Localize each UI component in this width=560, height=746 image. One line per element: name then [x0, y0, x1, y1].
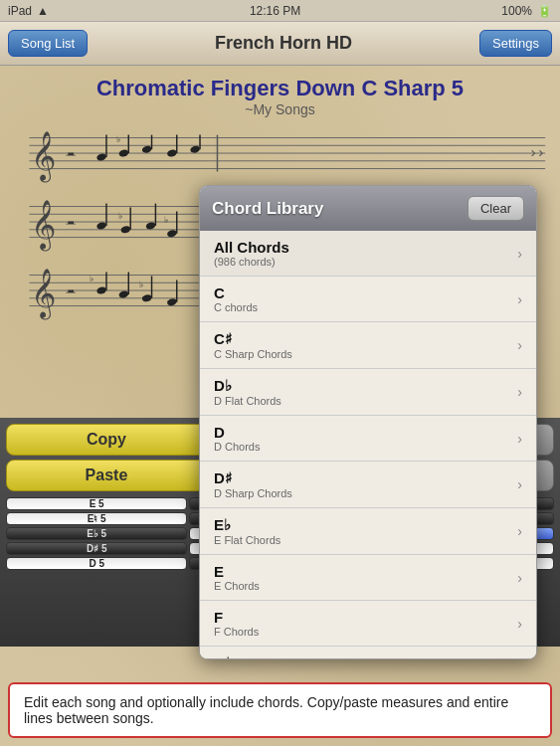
- svg-point-7: [96, 152, 107, 161]
- svg-text:𝄞: 𝄞: [31, 200, 56, 252]
- battery-label: 100%: [501, 4, 532, 18]
- song-subtitle: ~My Songs: [0, 101, 560, 117]
- chord-arrow-all: ›: [517, 246, 522, 262]
- svg-point-28: [96, 221, 107, 230]
- svg-text:♭: ♭: [139, 280, 143, 289]
- chord-item-E[interactable]: E E Chords ›: [200, 555, 536, 601]
- chord-item-Fs[interactable]: F♯ F Sharp Chords ›: [200, 647, 536, 658]
- nav-bar: Song List French Horn HD Settings: [0, 22, 560, 66]
- main-content: Chromatic Fingers Down C Sharp 5 ~My Son…: [0, 66, 560, 746]
- svg-text:𝄼: 𝄼: [66, 152, 76, 156]
- svg-point-35: [166, 229, 177, 238]
- wifi-icon: ▲: [37, 4, 49, 18]
- settings-button[interactable]: Settings: [479, 30, 552, 57]
- chord-item-Db[interactable]: D♭ D Flat Chords ›: [200, 369, 536, 416]
- chord-arrow-F: ›: [517, 616, 522, 632]
- chord-item-C[interactable]: C C chords ›: [200, 277, 536, 322]
- device-label: iPad: [8, 4, 32, 18]
- chord-item-F[interactable]: F F Chords ›: [200, 601, 536, 647]
- chord-clear-button[interactable]: Clear: [467, 196, 524, 221]
- chord-arrow-E: ›: [517, 570, 522, 586]
- song-title: Chromatic Fingers Down C Sharp 5: [0, 76, 560, 101]
- info-box: Edit each song and optionally include ch…: [8, 682, 552, 738]
- svg-text:›: ›: [531, 143, 536, 160]
- svg-text:›: ›: [538, 143, 543, 160]
- svg-point-16: [190, 145, 201, 154]
- svg-text:𝄼: 𝄼: [66, 289, 76, 293]
- svg-point-30: [120, 225, 131, 234]
- chord-library: Chord Library Clear All Chords (986 chor…: [199, 185, 537, 659]
- svg-point-33: [145, 221, 156, 230]
- chord-arrow-Ds: ›: [517, 476, 522, 492]
- chord-library-header: Chord Library Clear: [200, 186, 536, 231]
- chord-arrow-Eb: ›: [517, 523, 522, 539]
- svg-text:𝄞: 𝄞: [31, 131, 56, 183]
- svg-point-12: [141, 145, 152, 154]
- svg-text:♭: ♭: [118, 211, 122, 221]
- song-title-area: Chromatic Fingers Down C Sharp 5 ~My Son…: [0, 66, 560, 122]
- svg-point-9: [118, 149, 129, 158]
- svg-point-48: [118, 289, 129, 298]
- key-Eb5b[interactable]: E♭ 5: [6, 527, 187, 540]
- info-text: Edit each song and optionally include ch…: [24, 694, 508, 726]
- chord-library-title: Chord Library: [212, 199, 323, 219]
- key-E5[interactable]: E 5: [6, 497, 187, 510]
- chord-arrow-C: ›: [517, 291, 522, 307]
- svg-text:♭: ♭: [164, 215, 168, 225]
- svg-point-46: [96, 286, 107, 295]
- battery-icon: 🔋: [537, 4, 552, 18]
- svg-text:𝄞: 𝄞: [31, 269, 56, 320]
- copy-button[interactable]: Copy: [6, 424, 207, 456]
- chord-arrow-Cs: ›: [517, 337, 522, 353]
- svg-text:𝄼: 𝄼: [66, 221, 76, 225]
- key-Ds5c[interactable]: D♯ 5: [6, 542, 187, 555]
- staff-row-1: 𝄞 𝄼 ♭ › ›: [10, 122, 550, 187]
- chord-item-D[interactable]: D D Chords ›: [200, 416, 536, 462]
- svg-point-53: [166, 297, 177, 306]
- nav-title: French Horn HD: [215, 33, 352, 54]
- svg-point-50: [141, 293, 152, 302]
- key-D5b[interactable]: D 5: [6, 557, 187, 570]
- chord-arrow-Db: ›: [517, 384, 522, 400]
- song-list-button[interactable]: Song List: [8, 30, 88, 57]
- chord-item-all-chords[interactable]: All Chords (986 chords) ›: [200, 231, 536, 277]
- chord-item-Cs[interactable]: C♯ C Sharp Chords ›: [200, 322, 536, 369]
- chord-list[interactable]: All Chords (986 chords) › C C chords › C…: [200, 231, 536, 658]
- key-En5[interactable]: E♮ 5: [6, 512, 187, 525]
- chord-item-Eb[interactable]: E♭ E Flat Chords ›: [200, 508, 536, 555]
- status-time: 12:16 PM: [250, 4, 300, 18]
- chord-arrow-D: ›: [517, 431, 522, 447]
- paste-button[interactable]: Paste: [6, 460, 207, 491]
- status-bar: iPad ▲ 12:16 PM 100% 🔋: [0, 0, 560, 22]
- status-right: 100% 🔋: [501, 4, 552, 18]
- svg-text:♭: ♭: [90, 274, 93, 283]
- status-left: iPad ▲: [8, 4, 49, 18]
- svg-text:♭: ♭: [116, 134, 120, 144]
- chord-item-Ds[interactable]: D♯ D Sharp Chords ›: [200, 462, 536, 508]
- svg-point-14: [166, 149, 177, 158]
